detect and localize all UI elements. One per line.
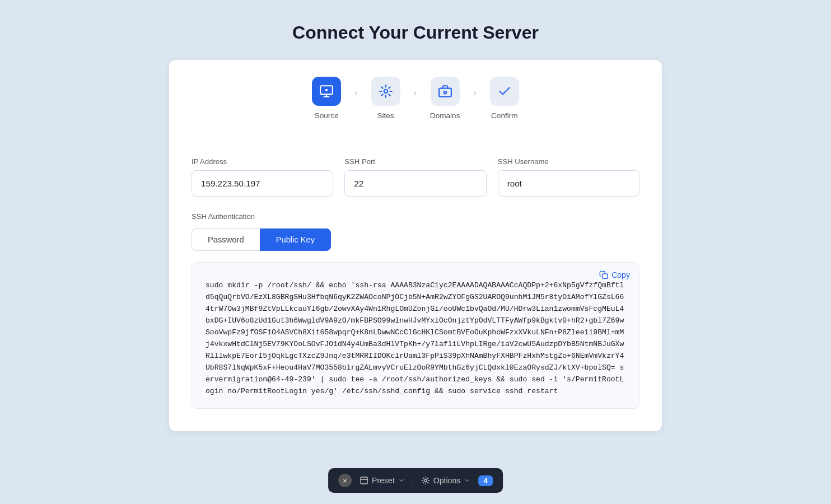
step-domains[interactable]: Domains: [430, 77, 460, 120]
command-box: Copy sudo mkdir -p /root/ssh/ && echo 's…: [192, 262, 639, 409]
ssh-port-group: SSH Port: [344, 157, 486, 197]
svg-point-1: [325, 89, 328, 91]
copy-label: Copy: [611, 270, 630, 279]
step-confirm-label: Confirm: [491, 111, 518, 120]
auth-tabs: Password Public Key: [192, 228, 639, 251]
ip-address-group: IP Address: [192, 157, 333, 197]
close-icon: ×: [343, 477, 347, 485]
svg-point-4: [443, 91, 446, 94]
preset-icon: [360, 476, 368, 485]
options-label: Options: [433, 476, 461, 485]
tab-public-key[interactable]: Public Key: [260, 228, 332, 251]
svg-rect-6: [361, 477, 367, 484]
step-sites-icon: [371, 77, 400, 106]
steps-bar: Source › Sites › Domains: [169, 60, 662, 137]
options-gear-icon: [421, 476, 430, 485]
svg-rect-3: [439, 88, 451, 97]
step-source[interactable]: Source: [312, 77, 341, 120]
ip-address-label: IP Address: [192, 157, 333, 166]
step-confirm-icon: [490, 77, 519, 106]
step-domains-label: Domains: [430, 111, 460, 120]
ssh-port-label: SSH Port: [344, 157, 486, 166]
ssh-username-input[interactable]: [498, 170, 639, 197]
bottom-toolbar: × Preset Options 4: [328, 468, 503, 493]
step-domains-icon: [431, 77, 460, 106]
toolbar-preset-button[interactable]: Preset: [360, 476, 405, 485]
preset-label: Preset: [372, 476, 395, 485]
step-source-label: Source: [315, 111, 339, 120]
toolbar-divider: [413, 475, 413, 486]
ssh-username-group: SSH Username: [498, 157, 639, 197]
fields-row: IP Address SSH Port SSH Username: [192, 157, 639, 197]
step-sites[interactable]: Sites: [371, 77, 400, 120]
step-confirm[interactable]: Confirm: [490, 77, 519, 120]
arrow-1: ›: [354, 88, 357, 109]
tab-password[interactable]: Password: [192, 228, 260, 251]
preset-chevron-icon: [398, 477, 405, 484]
main-card: Source › Sites › Domains: [169, 60, 662, 431]
svg-point-2: [384, 90, 388, 94]
form-section: IP Address SSH Port SSH Username SSH Aut…: [169, 137, 662, 431]
ssh-port-input[interactable]: [344, 170, 486, 197]
copy-button[interactable]: Copy: [599, 270, 630, 279]
step-source-icon: [312, 77, 341, 106]
copy-icon: [599, 270, 608, 279]
arrow-3: ›: [473, 88, 476, 109]
toolbar-close-button[interactable]: ×: [338, 474, 352, 487]
command-text: sudo mkdir -p /root/ssh/ && echo 'ssh-rs…: [206, 279, 625, 397]
ssh-username-label: SSH Username: [498, 157, 639, 166]
arrow-2: ›: [414, 88, 417, 109]
step-sites-label: Sites: [377, 111, 394, 120]
auth-section-label: SSH Authentication: [192, 212, 639, 221]
page-title: Connect Your Current Server: [292, 22, 539, 43]
options-chevron-icon: [464, 477, 470, 484]
toolbar-badge: 4: [478, 475, 493, 486]
toolbar-options-button[interactable]: Options: [421, 476, 471, 485]
svg-point-8: [424, 479, 427, 482]
svg-rect-5: [603, 274, 608, 279]
ip-address-input[interactable]: [192, 170, 333, 197]
